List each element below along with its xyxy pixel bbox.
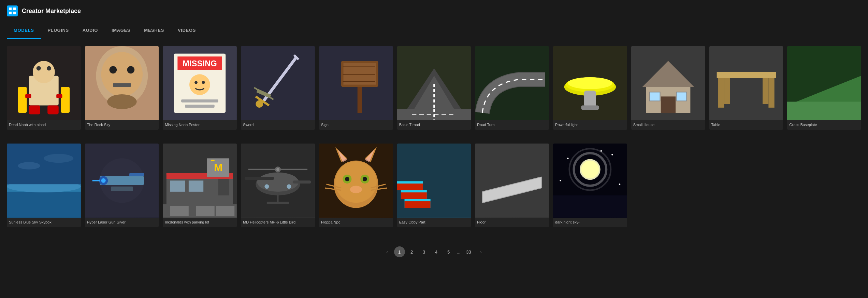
item-label: Table <box>709 120 783 130</box>
svg-rect-102 <box>170 206 189 216</box>
page-4-button[interactable]: 4 <box>431 246 442 257</box>
page-5-button[interactable]: 5 <box>443 246 454 257</box>
page-1-button[interactable]: 1 <box>394 246 405 257</box>
item-missing-poster[interactable]: MISSING Missing Noob Poster <box>163 46 237 130</box>
thumb-hyper-laser <box>85 144 159 218</box>
item-label: MD Helicopters MH-6 Little Bird <box>241 218 315 227</box>
svg-rect-140 <box>404 201 430 208</box>
thumb-sword <box>241 46 315 120</box>
thumb-powerful-light <box>553 46 627 120</box>
item-dark-night[interactable]: dark night sky- <box>553 144 627 227</box>
thumb-grass <box>787 46 861 120</box>
item-small-house[interactable]: Small House <box>631 46 705 130</box>
svg-rect-97 <box>211 160 215 161</box>
svg-rect-71 <box>763 78 768 104</box>
svg-rect-98 <box>218 179 230 195</box>
item-obby[interactable]: Easy Obby Part <box>397 144 471 227</box>
items-grid-row2: Sunless Blue Sky Skybox Hyper Laser Gun … <box>7 144 861 227</box>
item-label: Easy Obby Part <box>397 218 471 227</box>
item-label: Floor <box>475 218 549 227</box>
item-dead-noob[interactable]: Dead Noob with blood <box>7 46 81 130</box>
svg-point-19 <box>109 66 117 74</box>
prev-page-button[interactable]: ‹ <box>382 246 393 257</box>
svg-rect-108 <box>293 180 311 184</box>
item-label: Sign <box>319 120 393 130</box>
svg-point-152 <box>581 161 599 178</box>
item-mcdonalds[interactable]: M mcdonalds with parking lot <box>163 144 237 227</box>
svg-rect-138 <box>401 190 426 193</box>
next-page-button[interactable]: › <box>475 246 486 257</box>
app-title: Creator Marketplace <box>22 8 81 15</box>
page-3-button[interactable]: 3 <box>419 246 430 257</box>
thumb-rock-sky <box>85 46 159 120</box>
svg-rect-15 <box>56 94 62 98</box>
svg-point-160 <box>601 150 602 152</box>
item-hyper-laser[interactable]: Hyper Laser Gun Giver <box>85 144 159 227</box>
svg-point-57 <box>568 77 612 89</box>
svg-rect-104 <box>216 206 234 216</box>
tab-images[interactable]: IMAGES <box>105 22 137 39</box>
svg-point-20 <box>127 66 134 74</box>
thumb-sign <box>319 46 393 120</box>
svg-rect-4 <box>13 12 16 14</box>
svg-point-8 <box>37 66 41 71</box>
item-label: Powerful light <box>553 120 627 130</box>
svg-rect-68 <box>718 78 724 108</box>
svg-point-27 <box>189 74 210 95</box>
item-sign[interactable]: Sign <box>319 46 393 130</box>
item-label: Missing Noob Poster <box>163 120 237 130</box>
thumb-floor <box>475 144 549 218</box>
svg-point-127 <box>363 177 367 181</box>
items-grid-row1: Dead Noob with blood The Rock Sky <box>7 46 861 130</box>
item-road-turn[interactable]: Road Turn <box>475 46 549 130</box>
tab-audio[interactable]: AUDIO <box>76 22 105 39</box>
svg-rect-65 <box>676 92 686 101</box>
item-grass[interactable]: Grass Baseplate <box>787 46 861 130</box>
tab-meshes[interactable]: MESHES <box>137 22 171 39</box>
item-label: The Rock Sky <box>85 120 159 130</box>
thumb-dark-night <box>553 144 627 218</box>
svg-rect-14 <box>25 94 31 98</box>
item-sunless-sky[interactable]: Sunless Blue Sky Skybox <box>7 144 81 227</box>
svg-rect-1 <box>9 8 12 10</box>
svg-rect-13 <box>47 105 59 114</box>
thumb-small-house <box>631 46 705 120</box>
svg-point-116 <box>287 184 291 189</box>
svg-point-119 <box>335 161 377 203</box>
svg-rect-99 <box>170 180 185 192</box>
svg-rect-155 <box>553 195 627 218</box>
tab-videos[interactable]: VIDEOS <box>171 22 203 39</box>
svg-rect-86 <box>129 173 144 176</box>
thumb-missing-poster: MISSING <box>163 46 237 120</box>
svg-point-82 <box>44 154 73 163</box>
svg-rect-11 <box>61 87 70 113</box>
svg-rect-75 <box>787 102 861 120</box>
item-sword[interactable]: Sword <box>241 46 315 130</box>
svg-rect-3 <box>9 12 12 14</box>
item-table[interactable]: Table <box>709 46 783 130</box>
item-rock-sky[interactable]: The Rock Sky <box>85 46 159 130</box>
thumb-mcdonalds: M <box>163 144 237 218</box>
svg-rect-103 <box>196 206 215 216</box>
svg-text:M: M <box>214 162 222 173</box>
svg-rect-137 <box>404 199 430 202</box>
item-floor[interactable]: Floor <box>475 144 549 227</box>
svg-text:MISSING: MISSING <box>183 59 217 68</box>
item-floppa[interactable]: Floppa Npc <box>319 144 393 227</box>
svg-rect-31 <box>185 105 215 108</box>
page-2-button[interactable]: 2 <box>406 246 417 257</box>
svg-rect-67 <box>717 72 776 78</box>
item-powerful-light[interactable]: Powerful light <box>553 46 627 130</box>
thumb-helicopter <box>241 144 315 218</box>
tab-models[interactable]: MODELS <box>7 22 41 39</box>
thumb-sunless-sky <box>7 144 81 218</box>
svg-point-22 <box>107 94 137 109</box>
item-helicopter[interactable]: MD Helicopters MH-6 Little Bird <box>241 144 315 227</box>
page-33-button[interactable]: 33 <box>463 246 474 257</box>
svg-point-126 <box>345 177 349 181</box>
svg-point-36 <box>256 100 263 108</box>
tab-plugins[interactable]: PLUGINS <box>41 22 76 39</box>
item-label: Basic T road <box>397 120 471 130</box>
item-basic-t-road[interactable]: Basic T road <box>397 46 471 130</box>
svg-rect-58 <box>584 91 596 107</box>
